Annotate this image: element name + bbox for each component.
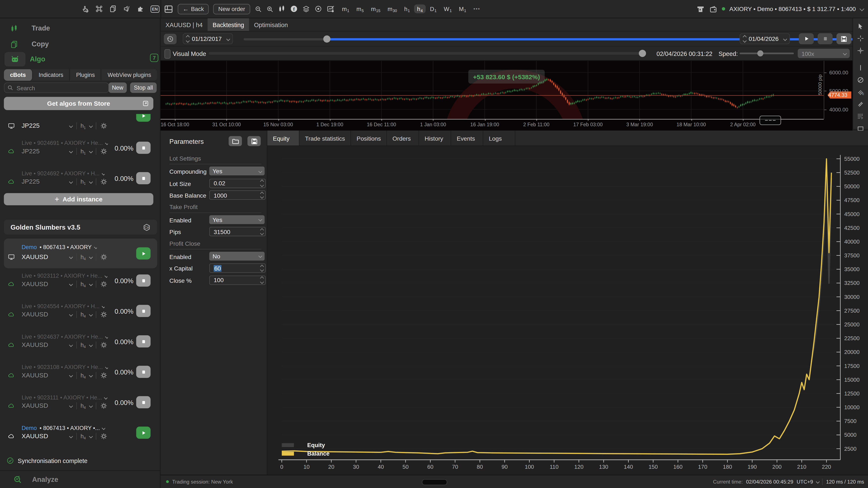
chart-type-icon[interactable] [278,5,286,13]
instance-timeframe[interactable]: h4 [81,281,86,287]
instance-settings-icon[interactable] [100,311,107,318]
timeframe-h4[interactable]: h4 [414,4,426,13]
param-input-close-[interactable]: 100 [209,275,266,285]
results-tab-trade-statistics[interactable]: Trade statistics [300,130,351,145]
instance-settings-icon[interactable] [100,280,107,287]
copy-icon[interactable] [109,5,117,13]
instance-account-line[interactable]: Live • 9023108 • AXIORY • He... [22,363,108,371]
add-instance-button[interactable]: + Add instance [4,193,153,205]
vertical-line-tool-icon[interactable] [857,64,864,71]
instance-symbol[interactable]: JP225 [22,148,66,154]
latency-value[interactable]: 120 ms / 120 ms [826,479,864,484]
instance-timeframe[interactable]: h4 [81,254,86,259]
instance-item[interactable]: Live • 9023108 • AXIORY • He...XAUUSDh40… [0,363,161,390]
algo-tab-indicators[interactable]: Indicators [32,69,70,81]
sidebar-item-trade[interactable]: Trade [10,22,50,34]
stop-all-button[interactable]: Stop all [130,83,157,93]
layers-icon[interactable] [302,5,310,13]
results-tab-history[interactable]: History [419,130,452,145]
cursor-tool-icon[interactable] [857,23,864,30]
language-badge[interactable]: EN [150,5,159,12]
crosshair-tool-icon[interactable] [857,35,864,42]
timeframe-m15[interactable]: m15 [368,4,383,13]
playback-progress-track[interactable] [209,52,642,55]
deposit-icon[interactable] [696,5,704,13]
timeframe-D1[interactable]: D1 [427,4,439,13]
timezone-value[interactable]: UTC+9 [797,479,813,484]
results-tab-positions[interactable]: Positions [351,130,387,145]
instance-settings-icon[interactable] [100,148,107,155]
sidebar-item-algo[interactable] [4,52,25,66]
param-select-compounding[interactable]: Yes [209,166,265,175]
instance-settings-icon[interactable] [100,402,107,409]
stop-instance-button[interactable] [136,305,151,317]
fibonacci-tool-icon[interactable] [857,113,864,120]
instance-symbol[interactable]: XAUUSD [22,253,66,260]
tab-optimisation[interactable]: Optimisation [249,18,293,31]
start-instance-button[interactable] [136,114,151,122]
price-axis[interactable]: 6000.005000.004000.00 [824,61,852,119]
end-date-field[interactable]: 01/04/2026 [740,33,790,44]
timeframe-m30[interactable]: m30 [385,4,400,13]
account-summary[interactable]: AXIORY • Demo • 8067413 • $ 1 312.77 • 1… [730,5,856,12]
analyze-button[interactable]: Analyze [13,474,58,485]
speed-track[interactable] [740,53,794,54]
instance-timeframe[interactable]: h1 [81,123,86,128]
instance-settings-icon[interactable] [100,253,107,260]
timeframe-W1[interactable]: W1 [441,4,455,13]
instance-account-line[interactable]: Live • 9024691 • AXIORY • He... [22,139,108,147]
results-tab-equity[interactable]: Equity [268,130,300,145]
save-parameters-button[interactable] [248,136,261,146]
instance-settings-icon[interactable] [100,122,107,129]
instance-settings-icon[interactable] [100,432,107,440]
more-timeframes-button[interactable]: ••• [473,6,480,12]
instance-symbol[interactable]: XAUUSD [22,433,66,439]
instance-settings-icon[interactable] [100,371,107,379]
speed-handle[interactable] [757,51,764,57]
instance-symbol[interactable]: JP225 [22,122,66,129]
instance-item[interactable]: Demo • 8067413 • AXIORYXAUUSDh4 [0,238,161,268]
stop-instance-button[interactable] [136,142,151,154]
sidebar-item-algo-label[interactable]: Algo [30,55,45,63]
range-start-handle[interactable] [323,35,331,42]
algo-tab-cbots[interactable]: cBots [4,69,32,81]
speed-select[interactable]: 100x [798,49,850,58]
instance-symbol[interactable]: XAUUSD [22,281,66,287]
instance-settings-icon[interactable] [100,341,107,348]
tab-backtesting[interactable]: Backtesting [208,18,249,31]
save-report-button[interactable] [836,33,851,44]
instance-account-line[interactable]: Live • 9023111 • AXIORY • He... [22,394,107,401]
instance-account-line[interactable]: Demo • 8067413 • AXIORY [22,243,97,251]
instance-symbol[interactable]: XAUUSD [22,402,66,409]
instance-timeframe[interactable]: h4 [81,403,86,409]
session-tool-icon[interactable] [857,76,864,84]
end-date-stepper[interactable] [743,36,746,42]
cbot-header[interactable]: Golden Slumbers v3.5 [4,220,157,235]
instance-account-line[interactable]: Live • 9023112 • AXIORY • He... [22,272,107,280]
indicator-icon[interactable] [290,5,298,13]
stop-backtest-button[interactable] [817,33,833,44]
instance-settings-icon[interactable] [100,178,107,185]
param-input-lot-size[interactable]: 0.02 [209,178,266,188]
param-input-x-capital[interactable]: 60 [209,263,266,272]
results-tab-logs[interactable]: Logs [484,130,516,145]
param-select-enabled[interactable]: Yes [209,215,265,224]
results-tab-orders[interactable]: Orders [387,130,419,145]
param-input-pips[interactable]: 31500 [209,227,266,236]
param-input-base-balance[interactable]: 1000 [209,190,266,200]
statusbar-handle[interactable] [422,479,447,485]
instance-item[interactable]: Live • 9023112 • AXIORY • He...XAUUSDh40… [0,272,161,299]
results-tab-events[interactable]: Events [451,130,484,145]
stop-instance-button[interactable] [136,366,151,378]
instance-account-line[interactable]: Demo • 8067413 • AXIORY •... [22,424,105,432]
start-date-stepper[interactable] [186,36,189,42]
instance-item[interactable]: Live • 9024691 • AXIORY • He...JP225h10.… [0,139,161,166]
zoom-out-icon[interactable] [254,5,262,12]
search-input[interactable] [16,84,106,92]
mute-icon[interactable] [123,5,130,13]
algo-tab-plugins[interactable]: Plugins [70,69,101,81]
trend-tool-icon[interactable] [857,101,864,108]
instance-timeframe[interactable]: h4 [81,311,86,317]
start-instance-button[interactable] [136,427,151,438]
algo-tab-webview-plugins[interactable]: WebView plugins [101,69,157,81]
